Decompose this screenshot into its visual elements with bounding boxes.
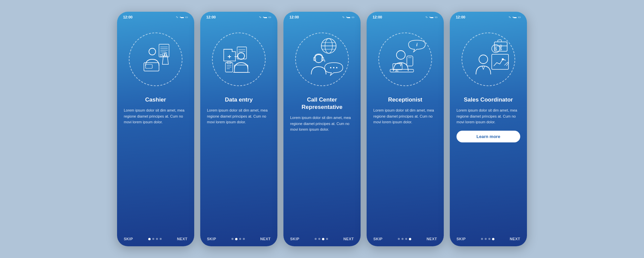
dot-1 [231, 238, 233, 240]
status-bar-5: 12:00 ∿ ▪▬ ▭ [450, 12, 527, 21]
signal-icon-2: ▪▬ [263, 15, 267, 19]
cashier-circle [129, 33, 182, 86]
status-bar-4: 12:00 ∿ ▪▬ ▭ [367, 12, 444, 21]
svg-point-44 [479, 55, 488, 64]
status-icons-1: ∿ ▪▬ ▭ [176, 15, 188, 19]
receptionist-dots [398, 238, 411, 240]
call-center-skip[interactable]: SKIP [290, 237, 300, 241]
sales-circle: $ $ [462, 33, 515, 86]
receptionist-content: Receptionist Lorem ipsum dolor sit dim a… [367, 96, 444, 234]
receptionist-description: Lorem ipsum dolor sit dim amet, mea regi… [373, 108, 437, 125]
receptionist-next[interactable]: NEXT [427, 237, 437, 241]
phone-sales-coordinator: 12:00 ∿ ▪▬ ▭ [450, 12, 527, 246]
data-entry-skip[interactable]: SKIP [207, 237, 216, 241]
wifi-icon-4: ∿ [425, 15, 428, 19]
cashier-skip[interactable]: SKIP [124, 237, 133, 241]
sales-coordinator-next[interactable]: NEXT [510, 237, 520, 241]
call-center-next[interactable]: NEXT [343, 237, 354, 241]
svg-text:$: $ [500, 47, 502, 51]
svg-text:$: $ [494, 46, 497, 51]
data-entry-next[interactable]: NEXT [260, 237, 271, 241]
cashier-illustration [125, 22, 186, 96]
signal-icon-4: ▪▬ [429, 15, 433, 19]
learn-more-button[interactable]: Learn more [457, 131, 520, 142]
sales-coordinator-description: Lorem ipsum dolor sit dim amet, mea regi… [457, 108, 520, 125]
phone-receptionist: 12:00 ∿ ▪▬ ▭ i [367, 12, 444, 246]
svg-point-0 [149, 48, 156, 55]
dot-3 [405, 238, 407, 240]
battery-icon-5: ▭ [518, 15, 521, 19]
status-time-4: 12:00 [373, 15, 382, 19]
svg-rect-49 [492, 54, 508, 69]
status-icons-4: ∿ ▪▬ ▭ [425, 15, 438, 19]
call-center-icon [299, 36, 345, 83]
dot-2 [401, 238, 404, 240]
svg-point-33 [330, 67, 331, 68]
call-center-content: Call Center Representative Lorem ipsum d… [283, 96, 361, 234]
wifi-icon-2: ∿ [259, 15, 262, 19]
svg-rect-8 [160, 54, 162, 56]
cashier-dots [148, 238, 162, 240]
data-entry-description: Lorem ipsum dolor sit dim amet, mea regi… [207, 108, 271, 125]
dot-2 [318, 238, 320, 240]
receptionist-title: Receptionist [373, 96, 437, 104]
sales-coordinator-dots [481, 238, 494, 240]
status-icons-2: ∿ ▪▬ ▭ [259, 15, 271, 19]
cashier-icon [134, 38, 177, 81]
dot-3 [488, 238, 490, 240]
wifi-icon-3: ∿ [342, 15, 345, 19]
sales-coordinator-content: Sales Coordinator Lorem ipsum dolor sit … [450, 96, 527, 234]
status-icons-3: ∿ ▪▬ ▭ [342, 15, 355, 19]
status-time-2: 12:00 [206, 15, 216, 19]
svg-point-35 [336, 67, 337, 68]
dot-4-active [492, 238, 494, 240]
data-entry-footer: SKIP NEXT [200, 234, 277, 246]
svg-rect-2 [146, 64, 152, 68]
phone-cashier: 12:00 ∿ ▪▬ ▭ [117, 12, 194, 246]
dot-1 [315, 238, 317, 240]
sales-coordinator-illustration: $ $ [458, 22, 519, 96]
receptionist-icon: i [383, 38, 427, 81]
wifi-icon-5: ∿ [508, 15, 511, 19]
svg-point-50 [502, 58, 504, 60]
dot-4 [326, 238, 328, 240]
cashier-next[interactable]: NEXT [177, 237, 187, 241]
sales-coordinator-footer: SKIP NEXT [450, 234, 527, 246]
svg-point-11 [238, 53, 245, 59]
cashier-description: Lorem ipsum dolor sit dim amet, mea regi… [124, 108, 187, 125]
sales-coordinator-title: Sales Coordinator [457, 96, 520, 104]
battery-icon-3: ▭ [352, 15, 355, 19]
status-bar-1: 12:00 ∿ ▪▬ ▭ [117, 12, 194, 21]
dot-4 [243, 238, 245, 240]
cashier-content: Cashier Lorem ipsum dolor sit dim amet, … [117, 96, 194, 234]
dot-1-active [148, 238, 151, 240]
dot-2 [485, 238, 487, 240]
svg-rect-1 [144, 63, 159, 71]
status-time-3: 12:00 [289, 15, 299, 19]
call-center-dots [315, 238, 328, 240]
data-entry-content: Data entry Lorem ipsum dolor sit dim ame… [200, 96, 277, 234]
call-center-description: Lorem ipsum dolor sit dim amet, mea regi… [290, 115, 354, 133]
phone-call-center: 12:00 ∿ ▪▬ ▭ [283, 12, 361, 246]
status-icons-5: ∿ ▪▬ ▭ [508, 15, 521, 19]
data-entry-circle [212, 33, 266, 86]
wifi-icon: ∿ [176, 15, 178, 19]
svg-rect-12 [234, 65, 248, 72]
dot-1 [481, 238, 483, 240]
data-entry-illustration [209, 22, 269, 96]
receptionist-skip[interactable]: SKIP [373, 237, 383, 241]
svg-point-36 [396, 51, 405, 59]
sales-coordinator-skip[interactable]: SKIP [457, 237, 466, 241]
phone-data-entry: 12:00 ∿ ▪▬ ▭ [200, 12, 277, 246]
status-bar-2: 12:00 ∿ ▪▬ ▭ [200, 12, 277, 21]
call-center-illustration [292, 22, 352, 96]
receptionist-footer: SKIP NEXT [367, 234, 444, 246]
svg-rect-20 [225, 63, 233, 72]
battery-icon-2: ▭ [268, 15, 271, 19]
battery-icon: ▭ [185, 15, 188, 19]
receptionist-circle: i [378, 33, 432, 86]
dot-3 [156, 238, 158, 240]
cashier-footer: SKIP NEXT [117, 234, 194, 246]
status-time-1: 12:00 [123, 15, 132, 19]
svg-point-34 [333, 67, 334, 68]
